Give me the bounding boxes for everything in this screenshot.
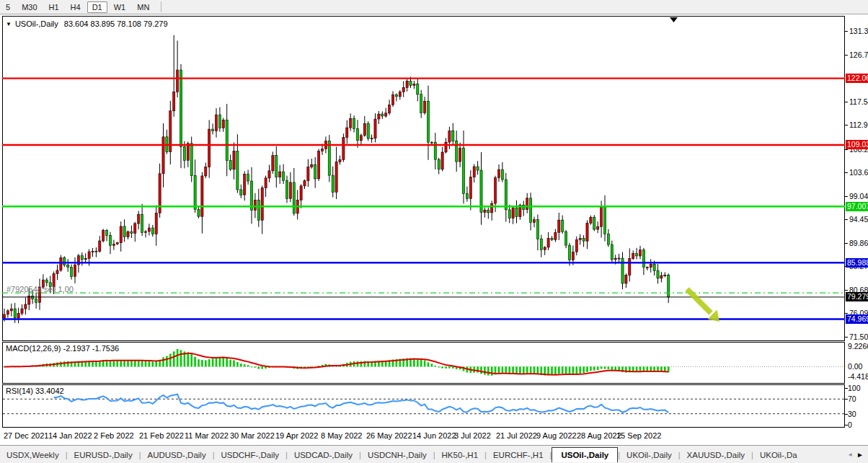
- date-label: 30 Mar 2022: [230, 431, 275, 440]
- price-level-label: 79.279: [846, 292, 868, 301]
- price-tick-label: 126.72: [849, 50, 868, 59]
- chart-tab-usoil-daily[interactable]: USOil-,Daily: [552, 447, 618, 462]
- price-level-label: 97.007: [846, 202, 868, 211]
- date-label: 21 Jul 2022: [496, 431, 537, 440]
- chart-tab-eurusd-daily[interactable]: EURUSD-,Daily: [68, 448, 139, 462]
- price-tick-label: 71.505: [849, 332, 868, 341]
- date-label: 26 May 2022: [366, 431, 412, 440]
- price-tick-label: 103.63: [849, 168, 868, 177]
- rsi-line: [54, 394, 669, 413]
- price-level-label: 122.06: [846, 74, 868, 83]
- tab-scroll-left-icon[interactable]: ◄: [847, 451, 853, 458]
- down-arrow-annotation[interactable]: [687, 289, 719, 322]
- time-scale[interactable]: 27 Dec 202114 Jan 20222 Feb 202221 Feb 2…: [2, 428, 845, 444]
- timeframe-button-5[interactable]: 5: [1, 1, 15, 13]
- price-tick-mark: [845, 172, 848, 173]
- chart-symbol-label: USOil-,Daily: [15, 19, 58, 28]
- date-label: 28 Aug 2022: [577, 431, 621, 440]
- macd-scale-label: -4.4188: [848, 372, 868, 381]
- chart-tab-usdx-weekly[interactable]: USDX,Weekly: [0, 448, 66, 462]
- date-label: 15 Sep 2022: [616, 431, 661, 440]
- price-tick-label: 99.045: [849, 192, 868, 200]
- macd-histogram: [4, 349, 670, 376]
- price-tick-label: 117.54: [849, 97, 868, 106]
- symbol-dropdown-icon[interactable]: ▼: [6, 21, 12, 27]
- symbol-tab-bar: USDX,Weekly|EURUSD-,Daily|AUDUSD-,Daily|…: [0, 445, 868, 463]
- rsi-scale-label: 70: [848, 394, 856, 403]
- date-label: 27 Dec 2021: [4, 431, 48, 440]
- timeframe-button-d1[interactable]: D1: [87, 1, 107, 13]
- rsi-scale-label: 30: [848, 410, 856, 418]
- timeframe-button-w1[interactable]: W1: [109, 1, 131, 13]
- price-tick-mark: [845, 196, 848, 197]
- chart-tab-xauusd-daily[interactable]: XAUUSD-,Daily: [681, 448, 752, 462]
- price-level-label: 85.988: [846, 258, 868, 268]
- chart-title: ▼USOil-,Daily83.604 83.895 78.108 79.279: [6, 19, 168, 28]
- timeframe-button-h1[interactable]: H1: [44, 1, 64, 13]
- price-tick-mark: [845, 55, 848, 56]
- tab-scroll-arrows: ◄ ►: [845, 446, 866, 463]
- chart-tab-usdchf-daily[interactable]: USDCHF-,Daily: [215, 448, 286, 462]
- chart-tab-ukoil-da[interactable]: UKOil-,Da: [753, 448, 804, 462]
- open-position-label: #7920548 sell 1.00: [6, 285, 74, 294]
- chart-tab-hk50-h1[interactable]: HK50-,H1: [435, 448, 485, 462]
- chart-tab-usdcnh-daily[interactable]: USDCNH-,Daily: [361, 448, 433, 462]
- timeframe-toolbar: 5M30H1H4D1W1MN: [0, 0, 868, 14]
- date-label: 2 Feb 2022: [94, 431, 134, 440]
- date-label: 9 Aug 2022: [536, 431, 577, 440]
- date-label: 21 Feb 2022: [139, 431, 184, 440]
- rsi-indicator-label: RSI(14) 33.4042: [6, 387, 64, 395]
- price-tick-mark: [845, 313, 848, 314]
- chart-tab-ukoil-daily[interactable]: UKOil-,Daily: [620, 448, 678, 462]
- price-tick-mark: [845, 337, 848, 338]
- price-tick-mark: [845, 149, 848, 150]
- macd-indicator-label: MACD(12,26,9) -2.1937 -1.7536: [6, 344, 119, 353]
- date-label: 14 Jun 2022: [412, 431, 456, 440]
- date-label: 11 Mar 2022: [185, 431, 229, 440]
- scroll-shift-marker-icon[interactable]: [670, 17, 678, 22]
- price-tick-label: 89.865: [849, 239, 868, 247]
- date-label: 14 Jan 2022: [48, 431, 92, 440]
- timeframe-button-h4[interactable]: H4: [66, 1, 86, 13]
- date-label: 19 Apr 2022: [275, 431, 318, 440]
- rsi-scale-label: 0: [848, 420, 852, 429]
- chart-tab-eurchf-h1[interactable]: EURCHF-,H1: [487, 448, 550, 462]
- price-tick-label: 94.455: [849, 215, 868, 224]
- timeframe-button-m30[interactable]: M30: [17, 1, 42, 13]
- timeframe-button-mn[interactable]: MN: [132, 1, 154, 13]
- chart-tab-audusd-daily[interactable]: AUDUSD-,Daily: [141, 448, 213, 462]
- date-label: 8 May 2022: [321, 431, 362, 440]
- macd-scale-label: 9.2266: [848, 342, 868, 350]
- price-tick-mark: [845, 290, 848, 291]
- price-tick-label: 131.31: [849, 27, 868, 35]
- chart-tab-usdcad-daily[interactable]: USDCAD-,Daily: [288, 448, 359, 462]
- chart-ohlc-values: 83.604 83.895 78.108 79.279: [64, 19, 168, 28]
- tab-scroll-right-icon[interactable]: ►: [856, 451, 864, 459]
- price-tick-label: 112.95: [849, 120, 868, 129]
- price-tick-mark: [845, 243, 848, 244]
- price-tick-mark: [845, 102, 848, 102]
- rsi-scale-label: 100: [848, 384, 861, 392]
- price-level-label: 74.969: [846, 314, 868, 324]
- macd-scale-label: 0.00: [848, 362, 862, 371]
- price-level-label: 109.03: [846, 140, 868, 149]
- date-label: 3 Jul 2022: [454, 431, 491, 440]
- price-tick-mark: [845, 31, 848, 32]
- price-tick-mark: [845, 125, 848, 125]
- toolbar-separator: [161, 1, 161, 12]
- price-tick-mark: [845, 219, 848, 220]
